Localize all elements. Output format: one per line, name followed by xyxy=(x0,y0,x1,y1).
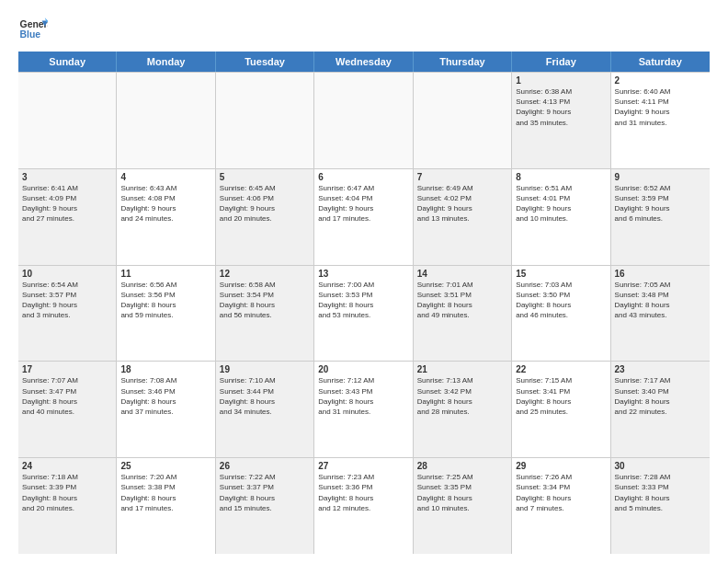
cell-content: Sunrise: 6:58 AM Sunset: 3:54 PM Dayligh… xyxy=(220,280,310,321)
day-number: 14 xyxy=(417,269,507,279)
day-number: 9 xyxy=(615,172,706,182)
calendar-cell: 10Sunrise: 6:54 AM Sunset: 3:57 PM Dayli… xyxy=(18,266,117,362)
cell-content: Sunrise: 7:10 AM Sunset: 3:44 PM Dayligh… xyxy=(220,375,310,417)
cell-content: Sunrise: 7:23 AM Sunset: 3:36 PM Dayligh… xyxy=(318,472,408,513)
calendar-cell: 6Sunrise: 6:47 AM Sunset: 4:04 PM Daylig… xyxy=(314,169,413,265)
cell-content: Sunrise: 7:08 AM Sunset: 3:46 PM Dayligh… xyxy=(120,375,210,417)
day-number: 26 xyxy=(220,461,310,471)
week-row-1: 1Sunrise: 6:38 AM Sunset: 4:13 PM Daylig… xyxy=(18,73,710,169)
day-number: 18 xyxy=(120,364,210,374)
day-number: 27 xyxy=(318,461,408,471)
cell-content: Sunrise: 6:49 AM Sunset: 4:02 PM Dayligh… xyxy=(417,183,507,224)
day-number: 5 xyxy=(220,172,310,182)
day-header-wednesday: Wednesday xyxy=(314,52,413,72)
calendar-cell: 29Sunrise: 7:26 AM Sunset: 3:34 PM Dayli… xyxy=(512,458,610,554)
header: General Blue xyxy=(18,15,710,44)
day-number: 2 xyxy=(615,75,706,86)
day-number: 19 xyxy=(220,364,310,374)
day-number: 8 xyxy=(516,172,606,182)
cell-content: Sunrise: 7:05 AM Sunset: 3:48 PM Dayligh… xyxy=(615,280,706,321)
calendar-cell xyxy=(314,73,413,168)
calendar-cell xyxy=(117,73,215,168)
calendar-cell: 24Sunrise: 7:18 AM Sunset: 3:39 PM Dayli… xyxy=(18,458,117,554)
calendar-cell: 5Sunrise: 6:45 AM Sunset: 4:06 PM Daylig… xyxy=(216,169,314,265)
day-number: 24 xyxy=(22,461,112,471)
cell-content: Sunrise: 6:51 AM Sunset: 4:01 PM Dayligh… xyxy=(516,183,606,224)
calendar-cell: 28Sunrise: 7:25 AM Sunset: 3:35 PM Dayli… xyxy=(414,458,512,554)
day-number: 29 xyxy=(516,461,606,471)
cell-content: Sunrise: 7:17 AM Sunset: 3:40 PM Dayligh… xyxy=(615,375,706,417)
day-number: 12 xyxy=(220,269,310,279)
logo-icon: General Blue xyxy=(18,15,48,44)
calendar-cell: 16Sunrise: 7:05 AM Sunset: 3:48 PM Dayli… xyxy=(611,266,710,362)
calendar-cell: 9Sunrise: 6:52 AM Sunset: 3:59 PM Daylig… xyxy=(611,169,710,265)
day-header-friday: Friday xyxy=(512,52,610,72)
cell-content: Sunrise: 7:15 AM Sunset: 3:41 PM Dayligh… xyxy=(516,375,606,417)
calendar-cell: 12Sunrise: 6:58 AM Sunset: 3:54 PM Dayli… xyxy=(216,266,314,362)
day-number: 30 xyxy=(615,461,706,471)
cell-content: Sunrise: 7:07 AM Sunset: 3:47 PM Dayligh… xyxy=(22,375,112,417)
day-number: 16 xyxy=(615,269,706,279)
calendar-cell: 14Sunrise: 7:01 AM Sunset: 3:51 PM Dayli… xyxy=(414,266,512,362)
cell-content: Sunrise: 7:25 AM Sunset: 3:35 PM Dayligh… xyxy=(417,472,507,513)
calendar-body: 1Sunrise: 6:38 AM Sunset: 4:13 PM Daylig… xyxy=(18,72,710,554)
calendar-cell: 19Sunrise: 7:10 AM Sunset: 3:44 PM Dayli… xyxy=(216,362,314,457)
cell-content: Sunrise: 7:03 AM Sunset: 3:50 PM Dayligh… xyxy=(516,280,606,321)
calendar-cell xyxy=(414,73,512,168)
cell-content: Sunrise: 7:13 AM Sunset: 3:42 PM Dayligh… xyxy=(417,375,507,417)
day-number: 28 xyxy=(417,461,507,471)
day-number: 10 xyxy=(22,269,112,279)
cell-content: Sunrise: 7:28 AM Sunset: 3:33 PM Dayligh… xyxy=(615,472,706,513)
day-number: 13 xyxy=(318,269,408,279)
day-number: 1 xyxy=(516,75,606,86)
calendar-cell xyxy=(18,73,117,168)
day-header-tuesday: Tuesday xyxy=(216,52,314,72)
calendar-cell: 13Sunrise: 7:00 AM Sunset: 3:53 PM Dayli… xyxy=(314,266,413,362)
calendar-cell: 26Sunrise: 7:22 AM Sunset: 3:37 PM Dayli… xyxy=(216,458,314,554)
cell-content: Sunrise: 7:12 AM Sunset: 3:43 PM Dayligh… xyxy=(318,375,408,417)
week-row-3: 10Sunrise: 6:54 AM Sunset: 3:57 PM Dayli… xyxy=(18,266,710,362)
day-number: 6 xyxy=(318,172,408,182)
day-number: 15 xyxy=(516,269,606,279)
day-number: 25 xyxy=(120,461,210,471)
cell-content: Sunrise: 7:26 AM Sunset: 3:34 PM Dayligh… xyxy=(516,472,606,513)
day-number: 11 xyxy=(120,269,210,279)
calendar-cell: 22Sunrise: 7:15 AM Sunset: 3:41 PM Dayli… xyxy=(512,362,610,457)
calendar-cell: 20Sunrise: 7:12 AM Sunset: 3:43 PM Dayli… xyxy=(314,362,413,457)
cell-content: Sunrise: 6:43 AM Sunset: 4:08 PM Dayligh… xyxy=(120,183,210,224)
svg-text:Blue: Blue xyxy=(20,29,41,40)
day-number: 4 xyxy=(120,172,210,182)
day-header-saturday: Saturday xyxy=(611,52,710,72)
calendar-cell: 25Sunrise: 7:20 AM Sunset: 3:38 PM Dayli… xyxy=(117,458,215,554)
calendar-cell: 8Sunrise: 6:51 AM Sunset: 4:01 PM Daylig… xyxy=(512,169,610,265)
day-number: 21 xyxy=(417,364,507,374)
day-number: 17 xyxy=(22,364,112,374)
week-row-5: 24Sunrise: 7:18 AM Sunset: 3:39 PM Dayli… xyxy=(18,458,710,554)
calendar-cell: 2Sunrise: 6:40 AM Sunset: 4:11 PM Daylig… xyxy=(611,73,710,168)
cell-content: Sunrise: 6:56 AM Sunset: 3:56 PM Dayligh… xyxy=(120,280,210,321)
calendar-cell xyxy=(216,73,314,168)
calendar-cell: 1Sunrise: 6:38 AM Sunset: 4:13 PM Daylig… xyxy=(512,73,610,168)
cell-content: Sunrise: 6:52 AM Sunset: 3:59 PM Dayligh… xyxy=(615,183,706,224)
calendar-cell: 18Sunrise: 7:08 AM Sunset: 3:46 PM Dayli… xyxy=(117,362,215,457)
day-number: 23 xyxy=(615,364,706,374)
day-number: 7 xyxy=(417,172,507,182)
cell-content: Sunrise: 7:00 AM Sunset: 3:53 PM Dayligh… xyxy=(318,280,408,321)
calendar-cell: 3Sunrise: 6:41 AM Sunset: 4:09 PM Daylig… xyxy=(18,169,117,265)
cell-content: Sunrise: 6:45 AM Sunset: 4:06 PM Dayligh… xyxy=(220,183,310,224)
cell-content: Sunrise: 6:41 AM Sunset: 4:09 PM Dayligh… xyxy=(22,183,112,224)
day-header-monday: Monday xyxy=(117,52,215,72)
logo: General Blue xyxy=(18,15,48,44)
cell-content: Sunrise: 7:22 AM Sunset: 3:37 PM Dayligh… xyxy=(220,472,310,513)
calendar-cell: 23Sunrise: 7:17 AM Sunset: 3:40 PM Dayli… xyxy=(611,362,710,457)
calendar-cell: 30Sunrise: 7:28 AM Sunset: 3:33 PM Dayli… xyxy=(611,458,710,554)
cell-content: Sunrise: 6:47 AM Sunset: 4:04 PM Dayligh… xyxy=(318,183,408,224)
week-row-4: 17Sunrise: 7:07 AM Sunset: 3:47 PM Dayli… xyxy=(18,362,710,458)
calendar-cell: 17Sunrise: 7:07 AM Sunset: 3:47 PM Dayli… xyxy=(18,362,117,457)
day-number: 22 xyxy=(516,364,606,374)
calendar-cell: 27Sunrise: 7:23 AM Sunset: 3:36 PM Dayli… xyxy=(314,458,413,554)
page: General Blue SundayMondayTuesdayWednesda… xyxy=(0,0,728,563)
cell-content: Sunrise: 6:40 AM Sunset: 4:11 PM Dayligh… xyxy=(615,86,706,128)
calendar-cell: 11Sunrise: 6:56 AM Sunset: 3:56 PM Dayli… xyxy=(117,266,215,362)
calendar-cell: 7Sunrise: 6:49 AM Sunset: 4:02 PM Daylig… xyxy=(414,169,512,265)
